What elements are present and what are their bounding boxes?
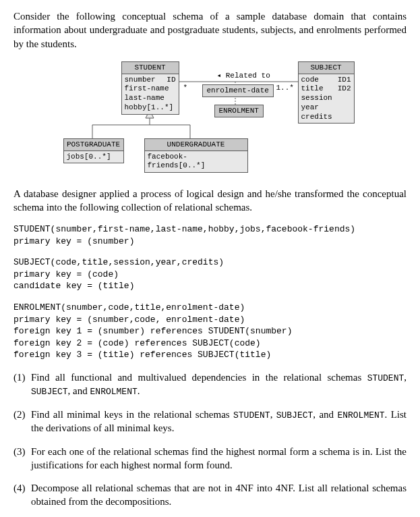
relation-label: ◂ Related to [217, 71, 270, 81]
assoc-class-label: ENROLMENT [214, 105, 264, 117]
question-4: (4) Decompose all relational schemas tha… [13, 481, 407, 509]
question-3: (3) For each one of the relational schem… [13, 445, 407, 472]
question-1-num: (1) [13, 371, 31, 398]
entity-student: STUDENT snumberID first-name last-name h… [121, 61, 179, 115]
entity-student-title: STUDENT [122, 62, 179, 74]
entity-postgrad: POSTGRADUATE jobs[0..*] [63, 138, 124, 164]
subject-attr-year: year [301, 103, 351, 113]
er-diagram: STUDENT snumberID first-name last-name h… [55, 60, 365, 175]
subject-attr-title: title [301, 84, 324, 92]
subject-attr-session: session [301, 94, 351, 103]
student-attr-snumber: snumber [125, 76, 156, 84]
entity-postgrad-title: POSTGRADUATE [64, 139, 123, 151]
student-id: ID [167, 76, 175, 85]
student-attr-hobby: hobby[1..*] [125, 103, 176, 113]
entity-undergrad: UNDERGRADUATE facebook-friends[0..*] [144, 138, 248, 173]
question-2: (2) Find all minimal keys in the relatio… [13, 408, 407, 435]
questions: (1) Find all functional and multivalued … [13, 371, 407, 509]
intro-paragraph-2: A database designer applied a process of… [13, 187, 407, 215]
question-4-num: (4) [13, 481, 31, 509]
schema-enrolment: ENROLMENT(snumber,code,title,enrolment-d… [13, 302, 407, 361]
question-3-num: (3) [13, 445, 31, 472]
subject-attr-code: code [301, 76, 319, 84]
subject-id1: ID1 [338, 76, 351, 85]
schema-subject: SUBJECT(code,title,session,year,credits)… [13, 256, 407, 292]
student-attr-firstname: first-name [125, 84, 176, 94]
intro-paragraph-1: Consider the following conceptual schema… [13, 9, 407, 51]
entity-subject-title: SUBJECT [299, 62, 354, 74]
schema-student: STUDENT(snumber,first-name,last-name,hob… [13, 223, 407, 247]
question-2-num: (2) [13, 408, 31, 435]
mult-right: 1..* [276, 83, 294, 93]
subject-attr-credits: credits [301, 113, 351, 122]
question-1-text: Find all functional and multivalued depe… [31, 371, 407, 398]
mult-left: * [183, 83, 188, 93]
student-attr-lastname: last-name [125, 94, 176, 103]
undergrad-attr-fbfriends: facebook-friends[0..*] [148, 153, 245, 171]
question-4-text: Decompose all relational schemas that ar… [31, 481, 407, 509]
postgrad-attr-jobs: jobs[0..*] [67, 153, 121, 162]
entity-subject: SUBJECT codeID1 titleID2 session year cr… [298, 61, 355, 124]
subject-id2: ID2 [338, 84, 351, 94]
question-2-text: Find all minimal keys in the relational … [31, 408, 407, 435]
question-1: (1) Find all functional and multivalued … [13, 371, 407, 398]
assoc-attr-box: enrolment-date [202, 84, 274, 97]
entity-undergrad-title: UNDERGRADUATE [145, 139, 247, 151]
question-3-text: For each one of the relational schemas f… [31, 445, 407, 472]
